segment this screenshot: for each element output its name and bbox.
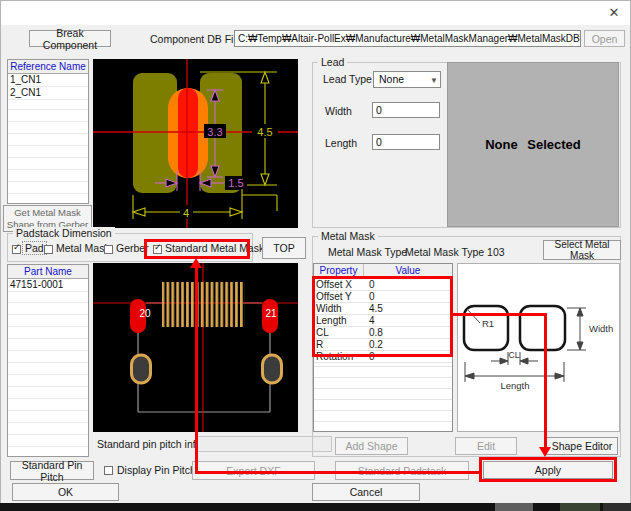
radius-leader-line (467, 309, 480, 323)
annotation-box-standard-metal-mask (144, 239, 250, 259)
annotation-box-property-table (312, 276, 453, 357)
top-view-button[interactable]: TOP (262, 237, 306, 259)
lead-type-value: None (379, 73, 404, 85)
check-icon: ✓ (13, 243, 21, 252)
title-bar (0, 0, 631, 25)
pin-21-label: 21 (265, 308, 277, 319)
reference-name-header: Reference Name (8, 60, 88, 74)
cl-dim-label: CL (509, 350, 520, 360)
none-selected-text: None Selected (485, 137, 581, 152)
metal-mask-type-value: Metal Mask Type 103 (405, 246, 505, 258)
metal-mask-manager-dialog: ✕ Break Component Component DB File Open… (0, 0, 631, 511)
lead-type-combobox[interactable]: None ▼ (373, 71, 441, 88)
select-metal-mask-button[interactable]: Select Metal Mask (543, 240, 621, 260)
taskbar-item (560, 503, 600, 511)
gerber-checkbox[interactable] (104, 245, 113, 254)
component-db-path-input[interactable] (234, 30, 581, 47)
part-name-list[interactable]: Part Name 47151-0001 (7, 264, 89, 457)
mount-hole-right (263, 355, 282, 383)
dim-4-label: 4 (183, 207, 189, 219)
length-dim-label: Length (500, 380, 529, 391)
ok-button[interactable]: OK (12, 483, 119, 501)
annotation-box-apply (479, 457, 617, 482)
edit-button[interactable]: Edit (455, 437, 517, 455)
annotation-line-horizontal (196, 471, 481, 474)
list-item[interactable]: 1_CN1 (8, 74, 88, 87)
padstack-dimension-title: Padstack Dimension (13, 227, 115, 239)
standard-pin-pitch-button[interactable]: Standard Pin Pitch (10, 461, 94, 480)
part-name-header: Part Name (8, 265, 88, 279)
annotation-line-vertical (195, 267, 198, 474)
pad-checkbox[interactable]: ✓ (12, 245, 21, 254)
lead-width-input[interactable] (372, 102, 440, 118)
lead-width-label: Width (325, 105, 352, 117)
break-component-button[interactable]: Break Component (29, 30, 111, 47)
pad-checkbox-label[interactable]: Pad (23, 242, 46, 254)
lead-inner (178, 88, 198, 178)
metal-mask-checkbox[interactable] (44, 245, 53, 254)
lead-type-label: Lead Type (323, 73, 372, 85)
component-db-file-label: Component DB File (150, 33, 242, 45)
metal-mask-type-label: Metal Mask Type (328, 246, 407, 258)
empty-rows (314, 356, 452, 431)
add-shape-button[interactable]: Add Shape (335, 437, 408, 455)
dim-1-5-label: 1.5 (228, 177, 243, 189)
display-pin-pitch-checkbox[interactable] (104, 466, 113, 475)
annotation-line-vertical-2 (544, 313, 547, 447)
lead-group-title: Lead (318, 56, 347, 68)
width-dimension (567, 308, 586, 350)
display-pin-pitch-label[interactable]: Display Pin Pitch (117, 464, 196, 476)
taskbar-item (603, 503, 631, 511)
empty-rows (8, 291, 88, 456)
pin-20-label: 20 (139, 308, 151, 319)
width-dim-label: Width (589, 323, 613, 334)
taskbar-item (495, 503, 533, 511)
lead-length-input[interactable] (372, 134, 440, 150)
length-dimension (465, 362, 564, 382)
empty-rows (8, 98, 88, 203)
pad-preview-canvas[interactable]: 3.3 4.5 1.5 4 (93, 59, 298, 228)
metal-mask-shape-preview: R1 Width CL Length (457, 263, 620, 432)
cancel-button[interactable]: Cancel (312, 483, 420, 501)
shape-editor-button[interactable]: Shape Editor (546, 437, 618, 455)
radius-label: R1 (482, 318, 494, 329)
open-button[interactable]: Open (584, 30, 625, 47)
taskbar-strip (0, 503, 631, 511)
mount-hole-left (132, 355, 151, 383)
reference-name-list[interactable]: Reference Name 1_CN1 2_CN1 (7, 59, 89, 204)
metal-mask-checkbox-label[interactable]: Metal Mask (56, 242, 110, 254)
annotation-arrow-down-icon (539, 447, 551, 457)
close-icon[interactable]: ✕ (604, 4, 624, 22)
lead-preview-panel: None Selected (447, 62, 619, 227)
annotation-line-horizontal-2 (452, 313, 546, 316)
dim-4-5-label: 4.5 (257, 126, 272, 138)
standard-pin-pitch-info-label: Standard pin pitch info (97, 438, 202, 450)
lead-length-label: Length (325, 137, 357, 149)
metal-mask-group-title: Metal Mask (318, 230, 378, 242)
dim-3-3-label: 3.3 (207, 126, 222, 138)
connector-pin-array (162, 282, 245, 327)
chevron-down-icon[interactable]: ▼ (430, 73, 438, 88)
shape-preview-canvas: R1 Width CL Length (458, 264, 619, 431)
